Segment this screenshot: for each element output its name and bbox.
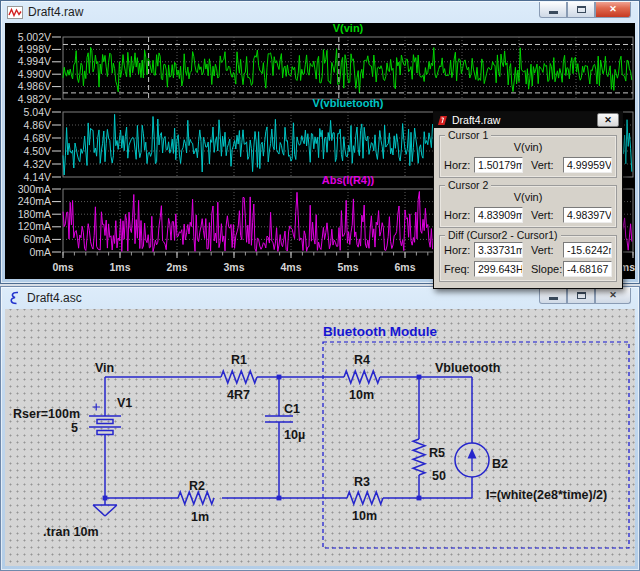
minimize-icon xyxy=(549,11,558,14)
close-icon: ✕ xyxy=(609,291,617,300)
resistor-r2[interactable] xyxy=(178,492,214,504)
schematic-canvas[interactable]: Bluetooth Module Vin Vbluetooth V1 Rser=… xyxy=(5,309,635,566)
resistor-r5[interactable] xyxy=(413,439,425,475)
schematic-titlebar[interactable]: Draft4.asc ✕ xyxy=(1,287,639,309)
label-c1-value[interactable]: 10µ xyxy=(284,428,305,442)
net-label-vin[interactable]: Vin xyxy=(95,361,114,375)
label-r5-value[interactable]: 50 xyxy=(432,469,446,483)
diff-horz-value[interactable]: 3.33731ms xyxy=(474,242,523,258)
y-tick-label[interactable]: 4.982V xyxy=(18,93,51,105)
plot-pane-0: 5.002V4.998V4.994V4.990V4.986V4.982VV(vi… xyxy=(18,23,633,105)
minimize-button[interactable] xyxy=(539,288,567,304)
ltspice-logo-icon xyxy=(437,115,448,126)
label-r3-value[interactable]: 10m xyxy=(352,509,377,523)
trace-label-V(vin)[interactable]: V(vin) xyxy=(333,23,364,34)
x-tick-label: 6ms xyxy=(394,261,415,273)
resistor-r3[interactable] xyxy=(347,492,383,504)
resistor-r4[interactable] xyxy=(344,371,380,383)
cursor2-legend: Cursor 2 xyxy=(445,179,491,191)
current-source-b2[interactable] xyxy=(455,443,489,477)
maximize-button[interactable] xyxy=(567,2,595,18)
cursor2-horz-label: Horz: xyxy=(444,209,474,221)
cursor1-trace-name: V(vin) xyxy=(444,141,612,154)
y-tick-label[interactable]: 180mA xyxy=(18,208,51,220)
y-tick-label[interactable]: 4.986V xyxy=(18,80,51,92)
y-tick-label[interactable]: 300mA xyxy=(18,183,51,195)
label-r3-name[interactable]: R3 xyxy=(354,475,370,489)
y-tick-label[interactable]: 4.50V xyxy=(24,145,51,157)
bluetooth-module-label[interactable]: Bluetooth Module xyxy=(323,324,437,339)
y-tick-label[interactable]: 60mA xyxy=(24,233,51,245)
y-tick-label[interactable]: 4.32V xyxy=(24,158,51,170)
diff-freq-value[interactable]: 299.643Hz xyxy=(474,261,523,277)
cursor2-horz-value[interactable]: 4.83909ms xyxy=(474,207,523,223)
schematic-window-title: Draft4.asc xyxy=(27,291,82,305)
label-r2-value[interactable]: 1m xyxy=(191,510,209,524)
cursor1-group: Cursor 1 V(vin) Horz: 1.50179ms Vert: 4.… xyxy=(439,135,617,178)
x-tick-label: 3ms xyxy=(223,261,244,273)
label-c1-name[interactable]: C1 xyxy=(284,402,300,416)
y-tick-label[interactable]: 120mA xyxy=(18,220,51,232)
waveform-titlebar[interactable]: Draft4.raw ✕ xyxy=(1,1,639,23)
diff-horz-label: Horz: xyxy=(444,244,474,256)
y-tick-label[interactable]: 5.04V xyxy=(24,106,51,118)
minimize-button[interactable] xyxy=(539,2,567,18)
schematic-file-icon xyxy=(7,291,22,305)
x-tick-label: 5ms xyxy=(337,261,358,273)
label-r1-name[interactable]: R1 xyxy=(231,353,247,367)
spice-directive[interactable]: .tran 10m xyxy=(43,525,99,539)
maximize-button[interactable] xyxy=(567,288,595,304)
cursor2-vert-label: Vert: xyxy=(531,209,563,221)
ltspice-desktop: Draft4.raw ✕ 5.002V4.998V4.994V4.990V4.9… xyxy=(0,0,640,571)
maximize-icon xyxy=(577,292,586,299)
label-r4-name[interactable]: R4 xyxy=(354,353,370,367)
trace-label-Abs(I(R4))[interactable]: Abs(I(R4)) xyxy=(322,174,375,186)
diff-vert-value[interactable]: -15.6242mV xyxy=(563,242,612,258)
close-button[interactable]: ✕ xyxy=(595,2,631,18)
x-tick-label: 4ms xyxy=(280,261,301,273)
waveform-file-icon xyxy=(7,6,23,19)
y-tick-label[interactable]: 4.14V xyxy=(24,171,51,183)
maximize-icon xyxy=(577,6,586,13)
close-button[interactable]: ✕ xyxy=(595,288,631,304)
cursor1-horz-value[interactable]: 1.50179ms xyxy=(474,157,523,173)
y-tick-label[interactable]: 0mA xyxy=(29,246,51,258)
y-tick-label[interactable]: 4.68V xyxy=(24,132,51,144)
label-r1-value[interactable]: 4R7 xyxy=(227,388,250,402)
cursor-dialog-close-button[interactable]: ✕ xyxy=(597,113,619,127)
y-tick-label[interactable]: 4.990V xyxy=(18,68,51,80)
label-r2-name[interactable]: R2 xyxy=(189,479,205,493)
ground-symbol[interactable] xyxy=(93,505,117,516)
trace-label-V(vbluetooth)[interactable]: V(vbluetooth) xyxy=(313,97,384,109)
cursor-dialog-titlebar[interactable]: Draft4.raw ✕ xyxy=(434,112,622,128)
cursor-dialog-title: Draft4.raw xyxy=(452,114,593,126)
capacitor-c1[interactable] xyxy=(265,416,293,422)
net-label-vbluetooth[interactable]: Vbluetooth xyxy=(435,361,500,375)
diff-slope-value[interactable]: -4.68167 xyxy=(563,261,612,277)
label-b2-name[interactable]: B2 xyxy=(492,457,508,471)
diff-freq-label: Freq: xyxy=(444,263,474,275)
label-r4-value[interactable]: 10m xyxy=(349,388,374,402)
y-tick-label[interactable]: 5.002V xyxy=(18,31,51,43)
cursor2-trace-name: V(vin) xyxy=(444,191,612,204)
label-v1-name[interactable]: V1 xyxy=(117,396,132,410)
cursor1-vert-value[interactable]: 4.99959V xyxy=(563,157,612,173)
y-tick-label[interactable]: 4.86V xyxy=(24,119,51,131)
label-b2-expression[interactable]: I=(white(2e8*time)/2) xyxy=(486,488,607,502)
schematic-window: Draft4.asc ✕ xyxy=(0,286,640,571)
y-tick-label[interactable]: 4.998V xyxy=(18,43,51,55)
y-tick-label[interactable]: 4.994V xyxy=(18,55,51,67)
cursor-diff-legend: Diff (Cursor2 - Cursor1) xyxy=(445,229,561,241)
label-v1-rser[interactable]: Rser=100m xyxy=(13,407,80,421)
label-v1-value[interactable]: 5 xyxy=(71,421,78,435)
label-r5-name[interactable]: R5 xyxy=(429,446,445,460)
close-icon: ✕ xyxy=(609,5,617,14)
cursor2-group: Cursor 2 V(vin) Horz: 4.83909ms Vert: 4.… xyxy=(439,185,617,228)
resistor-r1[interactable] xyxy=(221,371,257,383)
waveform-window-title: Draft4.raw xyxy=(28,5,83,19)
diff-slope-label: Slope: xyxy=(531,263,563,275)
waveform-window: Draft4.raw ✕ 5.002V4.998V4.994V4.990V4.9… xyxy=(0,0,640,284)
y-tick-label[interactable]: 240mA xyxy=(18,195,51,207)
cursor2-vert-value[interactable]: 4.98397V xyxy=(563,207,612,223)
plus-icon xyxy=(93,404,101,411)
